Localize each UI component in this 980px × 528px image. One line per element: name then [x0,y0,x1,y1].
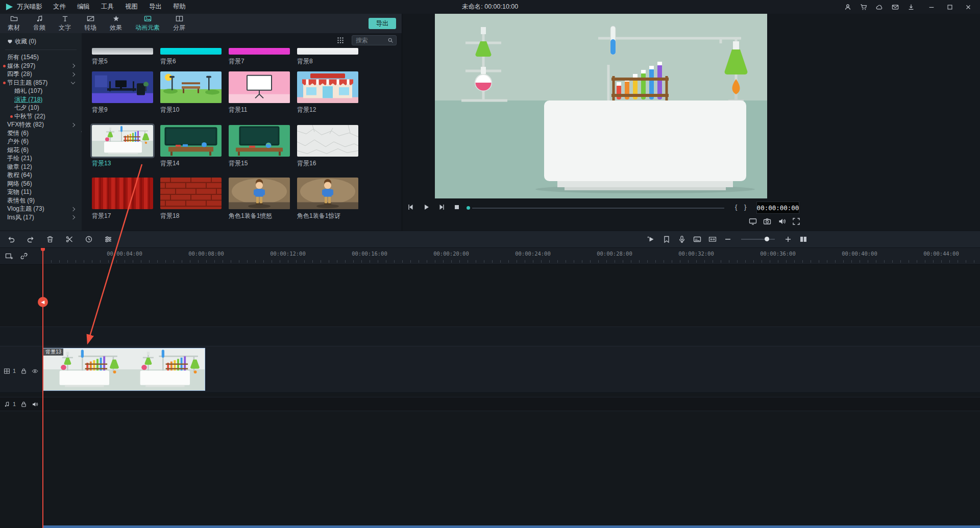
timeline-zoom-slider[interactable] [741,239,775,240]
cart-icon[interactable] [860,4,867,11]
sidebar-item[interactable]: 婚礼 (107) [0,87,82,96]
record-voiceover-icon[interactable] [678,235,686,243]
menu-item[interactable]: 帮助 [167,3,191,11]
marker-icon[interactable] [663,235,671,243]
media-item[interactable]: 背景16 [297,125,358,168]
sidebar-item[interactable]: 烟花 (6) [0,146,82,155]
menu-item[interactable]: 工具 [95,3,119,11]
chevron-down-icon[interactable] [71,80,75,84]
media-thumbnail[interactable] [92,48,153,55]
mail-icon[interactable] [892,4,899,11]
minimize-icon[interactable] [928,4,935,11]
tab-elements[interactable]: 动画元素 [129,14,166,33]
media-thumbnail[interactable] [229,48,290,55]
media-item[interactable]: 背景8 [297,48,358,66]
media-item[interactable]: 背景18 [160,178,222,220]
media-item[interactable]: 背景9 [92,71,153,114]
tab-text[interactable]: 文字 [52,14,78,33]
export-button[interactable]: 导出 [369,18,396,29]
horizontal-scrollbar[interactable] [43,525,980,528]
timeline-collapse-handle[interactable]: ◀ [38,297,48,307]
sidebar-item[interactable]: 中秋节 (22) [0,112,82,121]
media-item[interactable]: 背景6 [160,48,222,66]
timeline-body[interactable]: 1 1 背景13 [0,265,980,528]
snapshot-icon[interactable] [763,217,772,226]
media-item[interactable]: 背景10 [160,71,222,114]
media-thumbnail[interactable] [92,178,153,209]
media-item[interactable]: 背景13 [92,125,153,168]
redo-icon[interactable] [27,235,35,243]
adjust-icon[interactable] [104,235,112,243]
cut-icon[interactable] [65,235,74,243]
history-icon[interactable] [85,235,93,243]
timeline-clip[interactable]: 背景13 [43,348,205,391]
tab-audio[interactable]: 音频 [27,14,52,33]
seek-handle[interactable] [467,206,470,210]
media-item[interactable]: 角色1装备1惊讶 [297,178,358,220]
playhead[interactable] [42,248,43,528]
manage-tracks-icon[interactable] [5,252,13,260]
subtitle-icon[interactable] [693,235,701,243]
render-preview-icon[interactable] [647,235,655,243]
cloud-icon[interactable] [876,4,883,11]
volume-icon[interactable] [777,217,787,226]
audio-track-lane[interactable] [0,397,980,411]
note-icon[interactable] [4,401,10,408]
download-icon[interactable] [908,4,915,11]
track-icon[interactable] [4,368,10,374]
dual-view-icon[interactable] [799,235,807,243]
menu-item[interactable]: 编辑 [71,3,95,11]
media-thumbnail[interactable] [160,178,222,209]
media-thumbnail[interactable] [92,125,153,157]
zoom-in-icon[interactable] [784,235,792,243]
next-frame-icon[interactable] [437,203,446,212]
media-thumbnail[interactable] [160,48,222,55]
media-thumbnail[interactable] [297,48,358,55]
sidebar-item[interactable]: Ins风 (17) [0,213,82,222]
sidebar-item[interactable]: 徽章 (12) [0,163,82,171]
media-item[interactable]: 背景17 [92,178,153,220]
playhead-handle[interactable] [41,248,45,251]
sidebar-item[interactable]: 宠物 (11) [0,188,82,197]
timeline-ruler[interactable]: 00:00:04:0000:00:08:0000:00:12:0000:00:1… [0,248,980,265]
sidebar-item[interactable]: 所有 (1545) [0,54,82,62]
lock-icon[interactable] [20,401,27,408]
display-settings-icon[interactable] [748,217,757,226]
sidebar-item[interactable]: 户外 (6) [0,138,82,146]
menu-item[interactable]: 视图 [119,3,143,11]
play-icon[interactable] [422,203,431,212]
maximize-icon[interactable] [946,4,953,11]
sidebar-item[interactable]: 网络 (56) [0,180,82,188]
grid-view-icon[interactable] [336,36,345,44]
link-icon[interactable] [20,252,28,260]
media-thumbnail[interactable] [297,125,358,157]
eye-icon[interactable] [32,368,38,374]
menu-item[interactable]: 文件 [47,3,71,11]
media-item[interactable]: 背景12 [297,71,358,114]
media-item[interactable]: 背景15 [229,125,290,168]
zoom-out-icon[interactable] [724,235,732,243]
chevron-right-icon[interactable] [71,64,75,68]
media-thumbnail[interactable] [160,125,222,157]
sidebar-item[interactable]: 四季 (28) [0,70,82,79]
media-thumbnail[interactable] [160,71,222,103]
tab-effects[interactable]: 效果 [103,14,129,33]
sidebar-item[interactable]: 爱情 (6) [0,129,82,138]
prev-frame-icon[interactable] [406,203,415,212]
tab-splitscreen[interactable]: 分屏 [166,14,192,33]
chevron-right-icon[interactable] [71,215,75,219]
search-icon[interactable] [387,37,394,43]
sidebar-item[interactable]: VFX特效 (82) [0,121,82,130]
sidebar-item[interactable]: 七夕 (10) [0,104,82,113]
sidebar-item[interactable]: Vlog主题 (73) [0,205,82,214]
tab-transition[interactable]: 转场 [78,14,103,33]
chevron-right-icon[interactable] [71,207,75,211]
sidebar-item[interactable]: 手绘 (21) [0,155,82,163]
sidebar-item[interactable]: 表情包 (9) [0,196,82,205]
media-thumbnail[interactable] [297,178,358,209]
chevron-right-icon[interactable] [71,72,75,76]
sidebar-item[interactable]: 教程 (64) [0,171,82,180]
close-icon[interactable] [965,4,972,11]
lock-icon[interactable] [20,368,27,374]
sidebar-item[interactable]: 媒体 (297) [0,62,82,70]
